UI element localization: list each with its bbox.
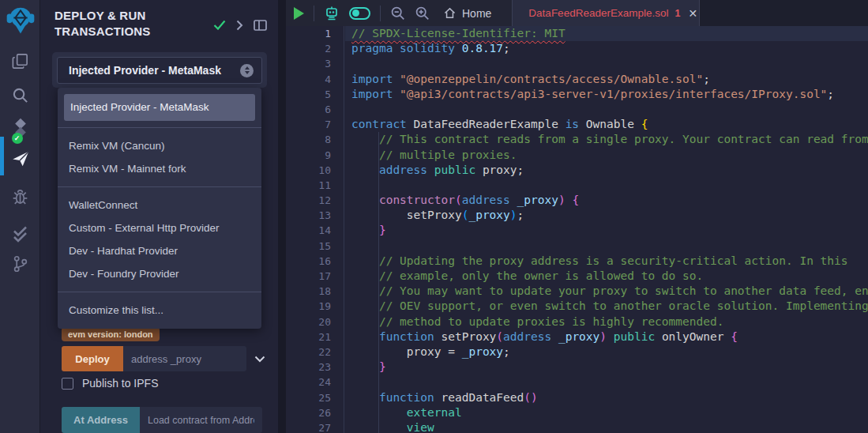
- code-line[interactable]: external: [345, 405, 868, 420]
- code-line[interactable]: // example, only the owner is allowed to…: [345, 269, 868, 284]
- line-number[interactable]: 10: [286, 163, 344, 178]
- line-number[interactable]: 15: [286, 239, 344, 254]
- remix-ai-robot-icon[interactable]: [324, 6, 340, 21]
- code-token: Ownable: [586, 118, 641, 130]
- code-editor[interactable]: 1234567891011121314151617181920212223242…: [286, 26, 868, 433]
- deploy-args-input[interactable]: [123, 346, 246, 371]
- sidebar-item-git[interactable]: [0, 250, 40, 277]
- ai-copilot-toggle[interactable]: [349, 7, 370, 20]
- publish-ipfs-checkbox[interactable]: [62, 378, 73, 390]
- line-number[interactable]: 8: [286, 132, 344, 147]
- at-address-button[interactable]: At Address: [62, 407, 140, 433]
- chevron-down-icon[interactable]: [254, 356, 265, 363]
- code-line[interactable]: }: [345, 360, 868, 375]
- code-line[interactable]: proxy = _proxy;: [345, 345, 868, 360]
- dropdown-item[interactable]: Dev - Foundry Provider: [58, 262, 261, 285]
- sidebar-item-unit-testing[interactable]: [0, 220, 40, 247]
- code-line[interactable]: contract DataFeedReaderExample is Ownabl…: [345, 117, 868, 132]
- sidebar-item-debugger[interactable]: [0, 183, 40, 210]
- tab-home[interactable]: Home: [439, 7, 502, 20]
- code-line[interactable]: // You may want to update your proxy to …: [345, 284, 868, 299]
- code-token: setProxy: [442, 330, 497, 343]
- dropdown-item[interactable]: Remix VM (Cancun): [58, 134, 261, 157]
- code-token: ;: [703, 73, 710, 85]
- line-number[interactable]: 9: [286, 148, 344, 163]
- dropdown-item[interactable]: Remix VM - Mainnet fork: [58, 157, 261, 180]
- code-line[interactable]: view: [345, 420, 868, 433]
- line-number[interactable]: 4: [286, 72, 344, 87]
- code-line[interactable]: // Updating the proxy address is a secur…: [345, 254, 868, 269]
- code-token: {: [641, 118, 648, 130]
- line-number[interactable]: 1: [286, 26, 344, 41]
- run-script-button[interactable]: [294, 7, 304, 20]
- line-number[interactable]: 3: [286, 56, 344, 71]
- line-number[interactable]: 27: [286, 420, 344, 433]
- code-line[interactable]: [345, 375, 868, 390]
- tab-datafeedreaderexample[interactable]: DataFeedReaderExample.sol 1 ✕: [512, 0, 700, 26]
- code-line[interactable]: import "@openzeppelin/contracts/access/O…: [345, 72, 868, 87]
- chevron-right-icon[interactable]: [236, 20, 243, 31]
- line-number[interactable]: 22: [286, 345, 344, 360]
- line-number[interactable]: 21: [286, 329, 344, 345]
- line-number[interactable]: 6: [286, 102, 344, 117]
- dropdown-item[interactable]: WalletConnect: [58, 194, 261, 216]
- code-line[interactable]: import "@api3/contracts/api3-server-v1/p…: [345, 87, 868, 102]
- sidebar-item-solidity-compiler[interactable]: ✓: [0, 116, 40, 143]
- editor-tabbar: Home DataFeedReaderExample.sol 1 ✕: [286, 0, 868, 26]
- code-line[interactable]: [345, 102, 868, 117]
- code-line[interactable]: // This contract reads from a single pro…: [345, 132, 868, 147]
- line-number[interactable]: 12: [286, 193, 344, 208]
- code-line[interactable]: [345, 56, 868, 71]
- sidebar-item-file-explorer[interactable]: [0, 47, 40, 74]
- code-line[interactable]: setProxy(_proxy);: [345, 208, 868, 223]
- code-line[interactable]: [345, 178, 868, 193]
- code-line[interactable]: // SPDX-License-Identifier: MIT: [345, 26, 868, 41]
- line-number[interactable]: 25: [286, 390, 344, 405]
- zoom-out-icon[interactable]: [390, 6, 405, 21]
- icon-sidebar: ✓: [0, 0, 40, 433]
- line-number[interactable]: 26: [286, 405, 344, 420]
- line-number[interactable]: 24: [286, 375, 344, 390]
- line-number[interactable]: 20: [286, 314, 344, 329]
- code-line[interactable]: // method to update proxies is highly re…: [345, 314, 868, 329]
- dropdown-item[interactable]: Injected Provider - MetaMask: [64, 94, 255, 121]
- dropdown-item[interactable]: Dev - Hardhat Provider: [58, 239, 261, 262]
- close-tab-icon[interactable]: ✕: [688, 7, 697, 20]
- line-number[interactable]: 16: [286, 254, 344, 269]
- editor-area: Home DataFeedReaderExample.sol 1 ✕ 12345…: [286, 0, 868, 433]
- dropdown-item[interactable]: Customize this list...: [58, 299, 261, 322]
- sidebar-item-search[interactable]: [0, 81, 40, 108]
- code-line[interactable]: function setProxy(address _proxy) public…: [345, 329, 868, 345]
- code-line[interactable]: // multiple proxies.: [345, 148, 868, 163]
- line-number[interactable]: 2: [286, 41, 344, 56]
- code-line[interactable]: function readDataFeed(): [345, 390, 868, 405]
- sidebar-item-deploy-run[interactable]: [0, 145, 40, 172]
- line-number[interactable]: 7: [286, 117, 344, 132]
- code-token: ;: [503, 42, 510, 55]
- code-line[interactable]: [345, 239, 868, 254]
- deploy-button[interactable]: Deploy: [62, 346, 123, 371]
- code-line[interactable]: pragma solidity 0.8.17;: [345, 41, 868, 56]
- code-token: address: [351, 164, 434, 176]
- code-line[interactable]: address public proxy;: [345, 163, 868, 178]
- dropdown-item[interactable]: Custom - External Http Provider: [58, 216, 261, 239]
- line-number[interactable]: 17: [286, 269, 344, 284]
- code-line[interactable]: // OEV support, or even switch to anothe…: [345, 299, 868, 314]
- remix-logo[interactable]: [0, 0, 40, 40]
- pin-panel-icon[interactable]: [254, 20, 267, 31]
- at-address-input[interactable]: [140, 407, 262, 433]
- code-line[interactable]: }: [345, 223, 868, 238]
- line-number[interactable]: 23: [286, 360, 344, 375]
- code-line[interactable]: constructor(address _proxy) {: [345, 193, 868, 208]
- environment-select[interactable]: Injected Provider - MetaMask: [57, 57, 262, 84]
- line-number[interactable]: 14: [286, 223, 344, 238]
- panel-resize-handle[interactable]: [278, 0, 286, 433]
- line-number[interactable]: 5: [286, 87, 344, 102]
- line-number[interactable]: 13: [286, 208, 344, 223]
- line-number[interactable]: 18: [286, 284, 344, 299]
- evm-version-badge: evm version: london: [62, 327, 160, 341]
- line-number[interactable]: 11: [286, 178, 344, 193]
- line-number[interactable]: 19: [286, 299, 344, 314]
- zoom-in-icon[interactable]: [415, 6, 430, 21]
- code-pane[interactable]: // SPDX-License-Identifier: MITpragma so…: [345, 26, 868, 433]
